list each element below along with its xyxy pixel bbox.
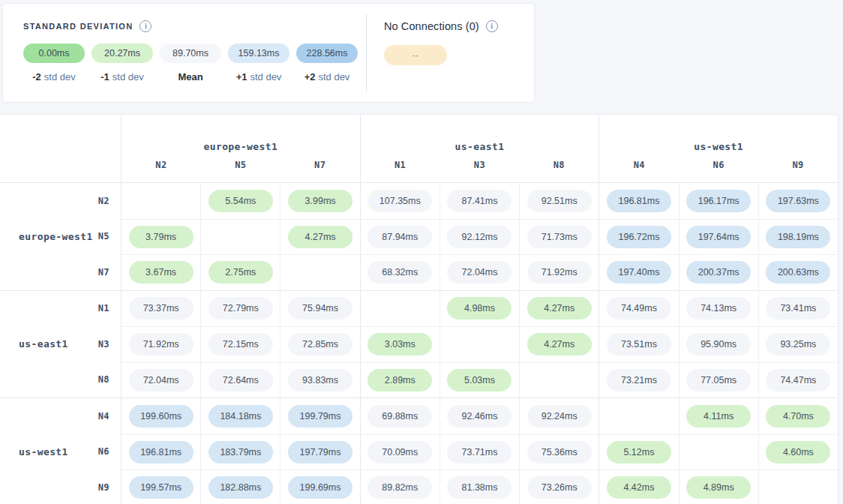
latency-pill[interactable]: 3.79ms bbox=[129, 226, 194, 248]
latency-pill[interactable]: 199.60ms bbox=[129, 405, 194, 428]
latency-pill[interactable]: 4.60ms bbox=[766, 441, 830, 464]
latency-pill[interactable]: 200.63ms bbox=[766, 261, 830, 284]
latency-pill[interactable]: 196.17ms bbox=[686, 190, 751, 212]
matrix-cell bbox=[758, 470, 838, 504]
latency-pill[interactable]: 197.40ms bbox=[607, 261, 671, 284]
latency-pill[interactable]: 92.12ms bbox=[447, 226, 512, 248]
matrix-cell: 72.15ms bbox=[200, 326, 280, 362]
row-node-label: N9 bbox=[98, 482, 121, 493]
latency-pill[interactable]: 73.21ms bbox=[607, 369, 671, 392]
latency-pill[interactable]: 72.64ms bbox=[208, 369, 273, 392]
latency-pill[interactable]: 71.92ms bbox=[527, 261, 592, 284]
matrix-cell: 4.89ms bbox=[679, 470, 758, 504]
column-node-label: N9 bbox=[758, 158, 838, 182]
latency-pill[interactable]: 73.26ms bbox=[527, 476, 592, 499]
latency-pill[interactable]: 71.73ms bbox=[527, 226, 592, 248]
latency-pill[interactable]: 74.13ms bbox=[686, 297, 751, 320]
matrix-cell: 2.89ms bbox=[360, 362, 440, 398]
matrix-cell: 4.42ms bbox=[598, 470, 678, 504]
latency-pill[interactable]: 73.51ms bbox=[607, 333, 671, 356]
matrix-cell: 72.85ms bbox=[280, 326, 359, 362]
latency-pill[interactable]: 72.79ms bbox=[208, 297, 273, 320]
latency-pill[interactable]: 3.03ms bbox=[368, 333, 432, 356]
matrix-cell: 93.25ms bbox=[758, 326, 838, 362]
matrix-cell: 200.37ms bbox=[679, 254, 758, 290]
latency-pill[interactable]: 196.81ms bbox=[129, 441, 194, 464]
latency-pill[interactable]: 197.63ms bbox=[766, 190, 830, 212]
latency-pill[interactable]: 197.64ms bbox=[686, 226, 751, 248]
latency-pill[interactable]: 68.32ms bbox=[368, 261, 432, 284]
latency-pill[interactable]: 93.83ms bbox=[288, 369, 352, 392]
latency-pill[interactable]: 4.11ms bbox=[686, 405, 751, 428]
latency-pill[interactable]: 199.57ms bbox=[129, 476, 194, 499]
latency-pill[interactable]: 5.54ms bbox=[208, 190, 273, 212]
latency-pill[interactable]: 72.04ms bbox=[129, 369, 194, 392]
latency-pill[interactable]: 196.81ms bbox=[607, 190, 671, 212]
latency-pill[interactable]: 4.70ms bbox=[766, 405, 830, 428]
latency-pill[interactable]: 4.98ms bbox=[447, 297, 512, 320]
latency-pill[interactable]: 199.69ms bbox=[288, 476, 352, 499]
latency-pill[interactable]: 93.25ms bbox=[766, 333, 830, 356]
latency-pill[interactable]: 77.05ms bbox=[686, 369, 751, 392]
column-node-label: N6 bbox=[679, 158, 758, 182]
latency-pill[interactable]: 71.92ms bbox=[129, 333, 194, 356]
latency-pill[interactable]: 74.47ms bbox=[766, 369, 830, 392]
latency-pill[interactable]: 5.03ms bbox=[447, 369, 512, 392]
column-group-us-west1: us-west1N4N6N9 bbox=[598, 115, 838, 182]
latency-pill[interactable]: 95.90ms bbox=[686, 333, 751, 356]
std-dev-legend: STANDARD DEVIATION i 0.00ms 20.27ms 89.7… bbox=[3, 4, 366, 102]
matrix-cell: 197.79ms bbox=[280, 434, 359, 470]
latency-pill[interactable]: 200.37ms bbox=[686, 261, 751, 284]
matrix-cell: 72.64ms bbox=[200, 362, 280, 398]
latency-pill[interactable]: 4.42ms bbox=[607, 476, 671, 499]
matrix-cell: 3.67ms bbox=[121, 254, 200, 290]
matrix-cell: 73.41ms bbox=[758, 291, 838, 327]
matrix-cell bbox=[121, 183, 200, 219]
latency-pill[interactable]: 2.89ms bbox=[368, 369, 432, 392]
column-node-label: N3 bbox=[440, 158, 520, 182]
latency-pill[interactable]: 4.27ms bbox=[527, 297, 592, 320]
latency-pill[interactable]: 107.35ms bbox=[368, 190, 432, 212]
latency-pill[interactable]: 184.18ms bbox=[208, 405, 273, 428]
latency-pill[interactable]: 199.79ms bbox=[288, 405, 352, 428]
info-icon[interactable]: i bbox=[140, 20, 152, 32]
latency-pill[interactable]: 3.99ms bbox=[288, 190, 352, 212]
latency-pill[interactable]: 4.27ms bbox=[527, 333, 592, 356]
latency-pill[interactable]: 72.85ms bbox=[288, 333, 352, 356]
latency-pill[interactable]: 72.15ms bbox=[208, 333, 273, 356]
latency-pill[interactable]: 72.04ms bbox=[447, 261, 512, 284]
row-node-label: N8 bbox=[98, 374, 121, 385]
latency-pill[interactable]: 183.79ms bbox=[208, 441, 273, 464]
matrix-cell: 69.88ms bbox=[360, 398, 440, 434]
latency-pill[interactable]: 74.49ms bbox=[607, 297, 671, 320]
latency-pill[interactable]: 182.88ms bbox=[208, 476, 273, 499]
latency-pill[interactable]: 196.72ms bbox=[607, 226, 671, 248]
latency-pill[interactable]: 87.94ms bbox=[368, 226, 432, 248]
latency-pill[interactable]: 2.75ms bbox=[208, 261, 273, 284]
matrix-cell: 70.09ms bbox=[360, 434, 440, 470]
latency-pill[interactable]: 5.12ms bbox=[607, 441, 671, 464]
matrix-cell: 73.21ms bbox=[598, 362, 678, 398]
info-icon[interactable]: i bbox=[486, 20, 498, 32]
latency-pill[interactable]: 92.24ms bbox=[527, 405, 592, 428]
latency-pill[interactable]: 4.89ms bbox=[686, 476, 751, 499]
latency-pill[interactable]: 198.19ms bbox=[766, 226, 830, 248]
latency-pill[interactable]: 73.41ms bbox=[766, 297, 830, 320]
latency-pill[interactable]: 197.79ms bbox=[288, 441, 352, 464]
latency-pill[interactable]: 92.46ms bbox=[447, 405, 512, 428]
latency-pill[interactable]: 75.36ms bbox=[527, 441, 592, 464]
latency-pill[interactable]: 4.27ms bbox=[288, 226, 352, 248]
latency-pill[interactable]: 73.71ms bbox=[447, 441, 512, 464]
latency-pill[interactable]: 92.51ms bbox=[527, 190, 592, 212]
latency-pill[interactable]: 87.41ms bbox=[447, 190, 512, 212]
latency-pill[interactable]: 69.88ms bbox=[368, 405, 432, 428]
row-group-europe-west1: europe-west1N25.54ms3.99ms107.35ms87.41m… bbox=[0, 182, 838, 290]
latency-pill[interactable]: 3.67ms bbox=[129, 261, 194, 284]
latency-pill[interactable]: 70.09ms bbox=[368, 441, 432, 464]
latency-pill[interactable]: 73.37ms bbox=[129, 297, 194, 320]
latency-pill[interactable]: 89.82ms bbox=[368, 476, 432, 499]
matrix-cell: 71.92ms bbox=[121, 326, 200, 362]
latency-pill[interactable]: 75.94ms bbox=[288, 297, 352, 320]
matrix-cell: 5.03ms bbox=[440, 362, 519, 398]
latency-pill[interactable]: 81.38ms bbox=[447, 476, 512, 499]
